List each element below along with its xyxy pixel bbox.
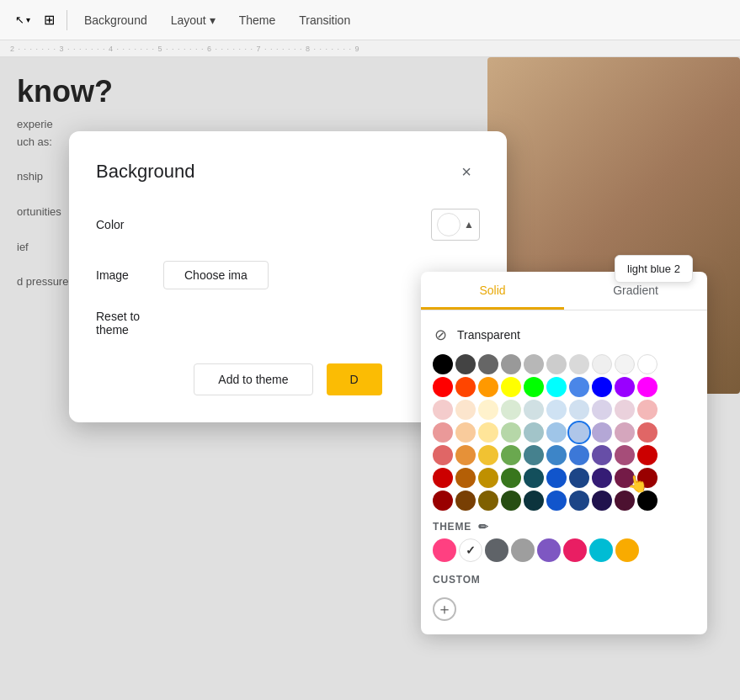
theme-swatch-medgray[interactable] — [511, 538, 535, 562]
color-swatch-vivpurple1[interactable] — [592, 445, 612, 465]
tab-gradient[interactable]: Gradient — [564, 272, 707, 310]
color-row-1 — [433, 354, 695, 374]
color-swatch-lightred1[interactable] — [433, 400, 453, 420]
tab-solid[interactable]: Solid — [421, 272, 564, 310]
color-swatch-medpink2[interactable] — [637, 422, 657, 443]
add-slide-button[interactable]: ⊞ — [39, 8, 60, 31]
color-swatch-orange[interactable] — [478, 377, 498, 397]
color-dropdown-arrow-icon: ▲ — [464, 219, 474, 231]
color-swatch-vivcyan1[interactable] — [524, 445, 544, 465]
theme-swatch-rose[interactable] — [563, 538, 587, 562]
color-swatch-darkgray2[interactable] — [478, 354, 498, 374]
color-swatch-cyan[interactable] — [546, 377, 567, 397]
color-swatch-violet[interactable] — [615, 377, 635, 397]
color-swatch-orangered[interactable] — [455, 377, 476, 397]
done-button[interactable]: D — [327, 363, 382, 395]
color-swatch-lightyellow1[interactable] — [478, 400, 498, 420]
color-swatch-vivorange1[interactable] — [455, 445, 476, 465]
color-swatch-red[interactable] — [433, 377, 453, 397]
color-swatch-medpurple1[interactable] — [592, 422, 612, 443]
color-swatch-darkblue2[interactable] — [569, 468, 589, 488]
color-swatch-darkbrown1[interactable] — [455, 468, 476, 488]
color-swatch-darkcyan1[interactable] — [524, 468, 544, 488]
color-swatch-green[interactable] — [524, 377, 544, 397]
cursor-tool-button[interactable]: ↖ ▾ — [10, 10, 35, 29]
ruler: 2 · · · · · · · 3 · · · · · · · 4 · · · … — [0, 40, 740, 57]
color-swatch-vivblue1[interactable] — [546, 445, 567, 465]
ruler-ticks: 2 · · · · · · · 3 · · · · · · · 4 · · · … — [3, 45, 737, 53]
color-swatch-vivpink1[interactable] — [615, 445, 635, 465]
add-custom-color-button[interactable]: ＋ — [433, 597, 456, 621]
add-to-theme-button[interactable]: Add to theme — [194, 363, 312, 395]
color-preview-button[interactable]: ▲ — [431, 209, 480, 241]
color-swatch-darkpurple1[interactable] — [592, 468, 612, 488]
color-swatch-lightblue1[interactable] — [546, 400, 567, 420]
theme-swatch-amber[interactable] — [615, 538, 639, 562]
color-swatch-lightpink2[interactable] — [637, 400, 657, 420]
color-swatch-black[interactable] — [433, 354, 453, 374]
color-swatch-darkyellow1[interactable] — [478, 468, 498, 488]
color-swatch-gray3[interactable] — [546, 354, 567, 374]
color-swatch-yellow[interactable] — [501, 377, 521, 397]
transparent-row[interactable]: ⊘ Transparent — [421, 321, 707, 349]
color-swatch-darkestpink1[interactable] — [615, 491, 635, 511]
color-swatch-darkgreen1[interactable] — [501, 468, 521, 488]
color-swatch-medorange1[interactable] — [455, 422, 476, 443]
color-swatch-medyellow1[interactable] — [478, 422, 498, 443]
layout-button[interactable]: Layout ▾ — [161, 8, 226, 32]
color-swatch-white[interactable] — [637, 354, 657, 374]
color-swatch-lightpink1[interactable] — [615, 400, 635, 420]
dialog-close-button[interactable]: × — [453, 158, 480, 185]
transition-button[interactable]: Transition — [289, 8, 360, 32]
color-swatch-lightgreen1[interactable] — [501, 400, 521, 420]
color-swatch-cornblue[interactable] — [569, 377, 589, 397]
theme-swatch-darkgray[interactable] — [485, 538, 508, 562]
color-swatch-medred1[interactable] — [433, 422, 453, 443]
color-swatch-vivred1[interactable] — [433, 445, 453, 465]
color-swatch-gray2[interactable] — [524, 354, 544, 374]
color-swatch-vivred2[interactable] — [637, 445, 657, 465]
color-swatch-nearwhite[interactable] — [615, 354, 635, 374]
color-swatch-darkestblue2[interactable] — [569, 491, 589, 511]
color-swatch-medblue1[interactable] — [546, 422, 567, 443]
color-swatch-medblue2[interactable] — [569, 422, 589, 443]
color-swatch-magenta[interactable] — [637, 377, 657, 397]
color-swatch-lightblue2[interactable] — [569, 400, 589, 420]
color-swatch-vivyellow1[interactable] — [478, 445, 498, 465]
edit-theme-icon[interactable]: ✏ — [478, 520, 489, 533]
color-swatch-medgreen1[interactable] — [501, 422, 521, 443]
color-row-6 — [433, 468, 695, 488]
theme-swatch-teal[interactable] — [589, 538, 613, 562]
color-swatch-vivgreen1[interactable] — [501, 445, 521, 465]
theme-swatch-white[interactable]: ✓ — [459, 538, 482, 562]
color-swatch-darkestbrown1[interactable] — [455, 491, 476, 511]
color-swatch-darkblue1[interactable] — [546, 468, 567, 488]
color-swatch-medcyan1[interactable] — [524, 422, 544, 443]
theme-swatch-purple[interactable] — [537, 538, 561, 562]
color-swatch-medpink1[interactable] — [615, 422, 635, 443]
theme-button[interactable]: Theme — [229, 8, 286, 32]
color-swatch-darkestred1[interactable] — [433, 491, 453, 511]
color-swatch-blue[interactable] — [592, 377, 612, 397]
color-swatch-darkestyellow1[interactable] — [478, 491, 498, 511]
theme-swatch-checkmark: ✓ — [466, 544, 476, 557]
color-swatch-darkestblue1[interactable] — [546, 491, 567, 511]
color-swatch-darkpink1[interactable] — [615, 468, 635, 488]
color-swatch-vivblue2[interactable] — [569, 445, 589, 465]
color-swatch-darkestblack[interactable] — [637, 491, 657, 511]
color-swatch-lightcyan1[interactable] — [524, 400, 544, 420]
theme-swatch-pink[interactable] — [433, 538, 456, 562]
color-swatch-darkgray1[interactable] — [455, 354, 476, 374]
color-swatch-lightgray1[interactable] — [569, 354, 589, 374]
background-button[interactable]: Background — [74, 8, 157, 32]
color-swatch-darkred2[interactable] — [637, 468, 657, 488]
color-swatch-gray1[interactable] — [501, 354, 521, 374]
color-swatch-lightgray2[interactable] — [592, 354, 612, 374]
color-swatch-lightorange1[interactable] — [455, 400, 476, 420]
color-swatch-darkestcyan1[interactable] — [524, 491, 544, 511]
color-swatch-darkestpurple1[interactable] — [592, 491, 612, 511]
choose-image-button[interactable]: Choose ima — [163, 261, 269, 289]
color-swatch-darkestgreen1[interactable] — [501, 491, 521, 511]
color-swatch-darkred1[interactable] — [433, 468, 453, 488]
color-swatch-lightpurple1[interactable] — [592, 400, 612, 420]
